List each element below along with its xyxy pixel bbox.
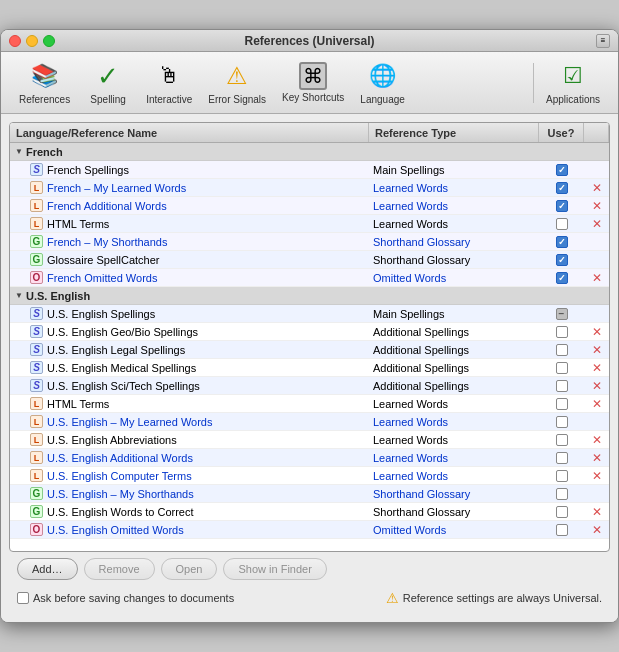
maximize-button[interactable] (43, 35, 55, 47)
cell-use[interactable] (539, 488, 584, 500)
cell-use[interactable] (539, 272, 584, 284)
cell-del[interactable]: ✕ (584, 361, 609, 375)
cell-del[interactable]: ✕ (584, 199, 609, 213)
use-checkbox[interactable] (556, 416, 568, 428)
cell-use[interactable] (539, 200, 584, 212)
toolbar-key-shortcuts[interactable]: ⌘ Key Shortcuts (274, 60, 352, 105)
cell-del[interactable]: ✕ (584, 523, 609, 537)
cell-del[interactable]: ✕ (584, 343, 609, 357)
use-checkbox[interactable] (556, 272, 568, 284)
table-body[interactable]: ▼ French S French Spellings Main Spellin… (10, 143, 609, 551)
use-checkbox[interactable] (556, 254, 568, 266)
group-french[interactable]: ▼ French (10, 143, 609, 161)
table-row[interactable]: L French – My Learned Words Learned Word… (10, 179, 609, 197)
delete-icon[interactable]: ✕ (592, 379, 602, 393)
cell-use[interactable] (539, 326, 584, 338)
toolbar-spelling[interactable]: ✓ Spelling (78, 58, 138, 107)
table-row[interactable]: L HTML Terms Learned Words ✕ (10, 395, 609, 413)
open-button[interactable]: Open (161, 558, 218, 580)
table-row[interactable]: S U.S. English Medical Spellings Additio… (10, 359, 609, 377)
table-row[interactable]: O French Omitted Words Omitted Words ✕ (10, 269, 609, 287)
cell-use[interactable] (539, 254, 584, 266)
toolbar-language[interactable]: 🌐 Language (352, 58, 413, 107)
use-checkbox[interactable] (556, 470, 568, 482)
table-row[interactable]: S U.S. English Spellings Main Spellings (10, 305, 609, 323)
cell-use[interactable] (539, 452, 584, 464)
delete-icon[interactable]: ✕ (592, 271, 602, 285)
use-checkbox[interactable] (556, 398, 568, 410)
table-row[interactable]: L U.S. English Abbreviations Learned Wor… (10, 431, 609, 449)
cell-del[interactable]: ✕ (584, 379, 609, 393)
use-checkbox[interactable] (556, 164, 568, 176)
remove-button[interactable]: Remove (84, 558, 155, 580)
use-checkbox[interactable] (556, 434, 568, 446)
toolbar-interactive[interactable]: 🖱 Interactive (138, 58, 200, 107)
table-row[interactable]: G Glossaire SpellCatcher Shorthand Gloss… (10, 251, 609, 269)
cell-del[interactable]: ✕ (584, 325, 609, 339)
use-checkbox[interactable] (556, 506, 568, 518)
cell-use[interactable] (539, 344, 584, 356)
cell-use[interactable] (539, 416, 584, 428)
group-us-english[interactable]: ▼ U.S. English (10, 287, 609, 305)
cell-use[interactable] (539, 398, 584, 410)
delete-icon[interactable]: ✕ (592, 199, 602, 213)
cell-use[interactable] (539, 524, 584, 536)
table-row[interactable]: L U.S. English Additional Words Learned … (10, 449, 609, 467)
table-row[interactable]: G U.S. English – My Shorthands Shorthand… (10, 485, 609, 503)
use-checkbox[interactable] (556, 362, 568, 374)
cell-use[interactable] (539, 236, 584, 248)
delete-icon[interactable]: ✕ (592, 361, 602, 375)
cell-del[interactable]: ✕ (584, 397, 609, 411)
toolbar-error-signals[interactable]: ⚠ Error Signals (200, 58, 274, 107)
delete-icon[interactable]: ✕ (592, 433, 602, 447)
table-row[interactable]: S French Spellings Main Spellings (10, 161, 609, 179)
cell-del[interactable]: ✕ (584, 271, 609, 285)
toolbar-applications[interactable]: ☑ Applications (538, 58, 608, 107)
delete-icon[interactable]: ✕ (592, 523, 602, 537)
delete-icon[interactable]: ✕ (592, 451, 602, 465)
minimize-button[interactable] (26, 35, 38, 47)
table-row[interactable]: S U.S. English Sci/Tech Spellings Additi… (10, 377, 609, 395)
table-row[interactable]: G U.S. English Words to Correct Shorthan… (10, 503, 609, 521)
collapse-triangle-french[interactable]: ▼ (14, 147, 24, 157)
add-button[interactable]: Add… (17, 558, 78, 580)
cell-del[interactable]: ✕ (584, 217, 609, 231)
cell-use[interactable] (539, 434, 584, 446)
use-checkbox[interactable] (556, 326, 568, 338)
use-checkbox[interactable] (556, 452, 568, 464)
delete-icon[interactable]: ✕ (592, 397, 602, 411)
use-checkbox[interactable] (556, 380, 568, 392)
cell-del[interactable]: ✕ (584, 433, 609, 447)
use-checkbox[interactable] (556, 200, 568, 212)
delete-icon[interactable]: ✕ (592, 217, 602, 231)
cell-del[interactable]: ✕ (584, 469, 609, 483)
show-in-finder-button[interactable]: Show in Finder (223, 558, 326, 580)
toolbar-references[interactable]: 📚 References (11, 58, 78, 107)
cell-del[interactable]: ✕ (584, 181, 609, 195)
close-button[interactable] (9, 35, 21, 47)
table-row[interactable]: O U.S. English Omitted Words Omitted Wor… (10, 521, 609, 539)
use-checkbox[interactable] (556, 236, 568, 248)
cell-use[interactable] (539, 182, 584, 194)
collapse-button[interactable]: ≡ (596, 34, 610, 48)
cell-use[interactable] (539, 218, 584, 230)
use-checkbox[interactable] (556, 488, 568, 500)
delete-icon[interactable]: ✕ (592, 469, 602, 483)
table-row[interactable]: S U.S. English Legal Spellings Additiona… (10, 341, 609, 359)
collapse-triangle-us-english[interactable]: ▼ (14, 291, 24, 301)
ask-checkbox[interactable] (17, 592, 29, 604)
delete-icon[interactable]: ✕ (592, 181, 602, 195)
table-row[interactable]: L U.S. English – My Learned Words Learne… (10, 413, 609, 431)
use-checkbox[interactable] (556, 344, 568, 356)
table-row[interactable]: L HTML Terms Learned Words ✕ (10, 215, 609, 233)
delete-icon[interactable]: ✕ (592, 343, 602, 357)
ask-checkbox-container[interactable]: Ask before saving changes to documents (17, 592, 234, 604)
cell-use[interactable] (539, 164, 584, 176)
delete-icon[interactable]: ✕ (592, 325, 602, 339)
cell-del[interactable]: ✕ (584, 451, 609, 465)
table-row[interactable]: L French Additional Words Learned Words … (10, 197, 609, 215)
use-checkbox[interactable] (556, 182, 568, 194)
delete-icon[interactable]: ✕ (592, 505, 602, 519)
cell-use[interactable] (539, 308, 584, 320)
table-row[interactable]: G French – My Shorthands Shorthand Gloss… (10, 233, 609, 251)
